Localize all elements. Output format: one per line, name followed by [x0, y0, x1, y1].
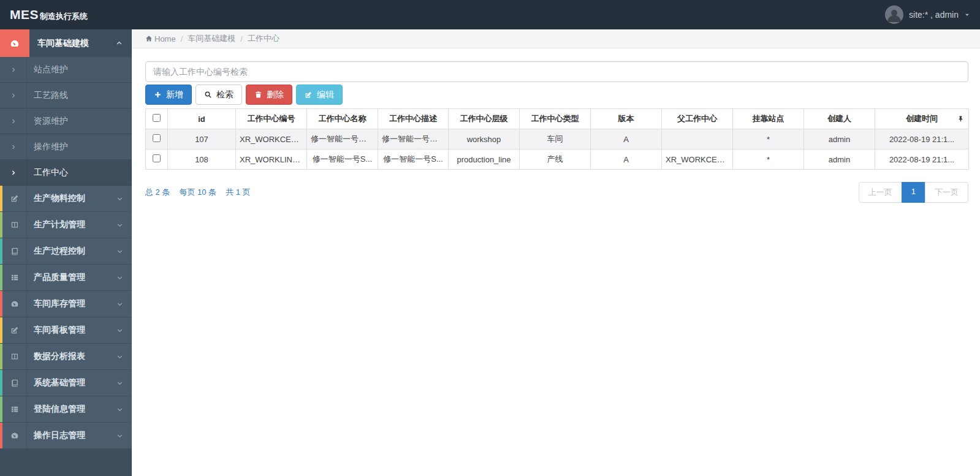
sidebar-subitem[interactable]: 工作中心 [0, 160, 132, 186]
breadcrumb-separator: / [176, 34, 188, 43]
prev-page-button[interactable]: 上一页 [859, 182, 902, 203]
sidebar-section-label: 登陆信息管理 [27, 396, 107, 422]
edit-button[interactable]: 编辑 [296, 85, 343, 105]
table-cell: admin [804, 129, 875, 149]
row-checkbox[interactable] [153, 134, 161, 142]
column-header-label: 工作中心描述 [389, 114, 437, 123]
column-header[interactable]: 工作中心类型 [520, 109, 591, 129]
sidebar-section[interactable]: 生产计划管理 [0, 212, 132, 238]
search-input[interactable] [145, 61, 968, 82]
sidebar-section[interactable]: 生产物料控制 [0, 186, 132, 212]
app-brand[interactable]: MES 制造执行系统 [10, 7, 88, 22]
sidebar-subitem[interactable]: 工艺路线 [0, 83, 132, 108]
brand-mes: MES [10, 7, 39, 22]
sidebar-section-label: 系统基础管理 [27, 370, 107, 396]
chevron-down-icon [107, 291, 132, 317]
breadcrumb-item-module[interactable]: 车间基础建模 [188, 33, 235, 44]
table-row[interactable]: 108XR_WORKLINE...修一智能一号S...修一智能一号S...pro… [146, 149, 969, 170]
search-icon [204, 91, 212, 99]
column-header[interactable]: 创建人 [804, 109, 875, 129]
column-header[interactable]: 工作中心描述 [378, 109, 449, 129]
sidebar-submenu: 站点维护 工艺路线 资源维护 操作维护 工作中心 [0, 57, 132, 186]
per-page-count: 每页 10 条 [179, 187, 216, 198]
columns-icon [2, 344, 27, 369]
book-icon [2, 238, 27, 264]
dashboard-icon [0, 29, 29, 57]
breadcrumb-current: 工作中心 [248, 33, 279, 44]
table-cell: 车间 [520, 129, 591, 149]
sidebar-subitem[interactable]: 资源维护 [0, 108, 132, 134]
add-button[interactable]: 新增 [145, 85, 192, 105]
columns-icon [2, 212, 27, 238]
table-cell: production_line [449, 149, 520, 170]
sidebar-subitem[interactable]: 站点维护 [0, 57, 132, 83]
column-header[interactable]: 父工作中心 [662, 109, 733, 129]
select-all-checkbox[interactable] [153, 114, 161, 122]
column-header[interactable]: 挂靠站点 [733, 109, 804, 129]
sidebar-section[interactable]: 登陆信息管理 [0, 396, 132, 423]
content-panel: 新增 检索 删除 编辑 [132, 48, 980, 203]
column-header[interactable]: id [168, 109, 236, 129]
home-icon [145, 35, 153, 42]
user-avatar [885, 6, 903, 24]
chevron-down-icon [107, 370, 132, 396]
column-header[interactable]: 版本 [591, 109, 662, 129]
breadcrumb: Home / 车间基础建模 / 工作中心 [132, 29, 980, 48]
sidebar-section[interactable]: 操作日志管理 [0, 423, 132, 449]
column-header-label: 工作中心层级 [460, 114, 508, 123]
search-button-label: 检索 [216, 89, 234, 100]
table-cell: A [591, 129, 662, 149]
sidebar-section[interactable]: 数据分析报表 [0, 344, 132, 370]
plus-icon [154, 91, 162, 99]
column-header-label: 挂靠站点 [753, 114, 784, 123]
sidebar-section[interactable]: 车间库存管理 [0, 291, 132, 317]
user-label: site:* , admin [909, 10, 959, 20]
sidebar-section-label: 生产计划管理 [27, 212, 107, 238]
book-icon [2, 370, 27, 396]
sidebar-section-label: 生产物料控制 [27, 186, 107, 211]
pagination: 上一页 1 下一页 [859, 182, 968, 203]
sidebar-subitem[interactable]: 操作维护 [0, 134, 132, 160]
pin-icon[interactable] [957, 116, 964, 123]
table-cell: * [733, 149, 804, 170]
column-header[interactable]: 工作中心名称 [307, 109, 378, 129]
table-row[interactable]: 107XR_WORKCEN...修一智能一号车间修一智能一号车间workshop… [146, 129, 969, 149]
column-header[interactable]: 创建时间 [875, 109, 969, 129]
chevron-down-icon [107, 344, 132, 369]
column-header-label: 父工作中心 [677, 114, 717, 123]
sidebar-subitem-label: 工艺路线 [27, 83, 68, 108]
chevron-down-icon [107, 423, 132, 448]
sidebar-section[interactable]: 车间看板管理 [0, 317, 132, 344]
chevron-up-icon [106, 29, 132, 57]
work-center-table: id工作中心编号工作中心名称工作中心描述工作中心层级工作中心类型版本父工作中心挂… [145, 108, 969, 170]
page-1-button[interactable]: 1 [902, 182, 925, 203]
work-center-table-wrap: id工作中心编号工作中心名称工作中心描述工作中心层级工作中心类型版本父工作中心挂… [145, 108, 968, 170]
column-header-label: 版本 [618, 114, 634, 123]
column-header-label: 创建时间 [906, 114, 938, 123]
sidebar-section-label: 数据分析报表 [27, 344, 107, 369]
pagination-summary: 总 2 条 每页 10 条 共 1 页 [145, 187, 251, 198]
search-button[interactable]: 检索 [196, 85, 242, 105]
table-cell: XR_WORKCEN... [662, 149, 733, 170]
next-page-button[interactable]: 下一页 [925, 182, 968, 203]
table-cell: 修一智能一号车间 [378, 129, 449, 149]
table-cell: workshop [449, 129, 520, 149]
user-menu[interactable]: site:* , admin [885, 6, 970, 24]
column-header[interactable]: 工作中心层级 [449, 109, 520, 129]
delete-button[interactable]: 删除 [246, 85, 292, 105]
column-header[interactable]: 工作中心编号 [236, 109, 307, 129]
sidebar-section-label: 车间基础建模 [29, 29, 106, 57]
sidebar-section[interactable]: 产品质量管理 [0, 265, 132, 291]
sidebar-section[interactable]: 生产过程控制 [0, 238, 132, 265]
breadcrumb-home[interactable]: Home [145, 34, 176, 43]
table-cell: * [733, 129, 804, 149]
table-cell: 2022-08-19 21:1... [875, 149, 969, 170]
sidebar-section[interactable]: 系统基础管理 [0, 370, 132, 396]
th-list-icon [2, 265, 27, 290]
chevron-down-icon [107, 265, 132, 290]
table-cell [662, 129, 733, 149]
row-checkbox[interactable] [153, 154, 161, 162]
table-cell: 修一智能一号S... [307, 149, 378, 170]
sidebar-section-expanded[interactable]: 车间基础建模 [0, 29, 132, 57]
select-all-cell [146, 109, 168, 129]
